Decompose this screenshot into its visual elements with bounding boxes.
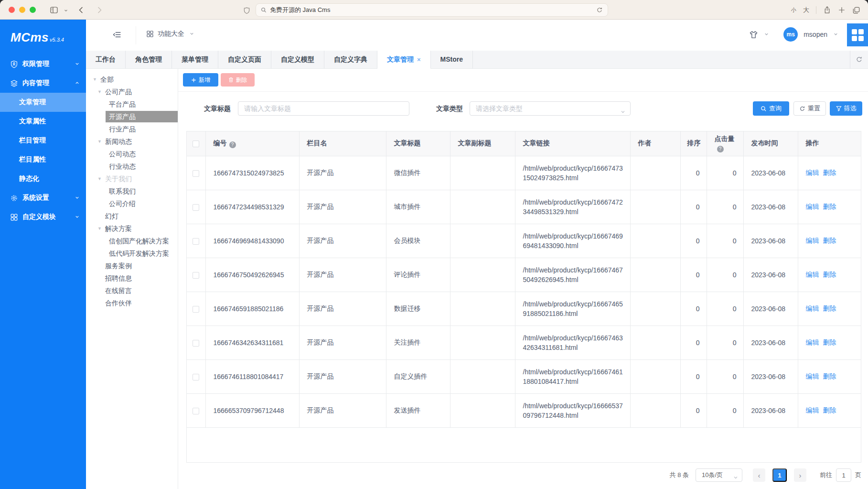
tree-node[interactable]: ▼ 行业动态 — [86, 160, 178, 173]
tree-node[interactable]: ▼ 行业产品 — [86, 123, 178, 135]
prev-page-button[interactable]: ‹ — [753, 468, 765, 482]
tab[interactable]: MStore — [431, 51, 473, 68]
tree-node[interactable]: ▼ 平台产品 — [86, 98, 178, 110]
tree-node[interactable]: ▼ 开源产品 — [86, 110, 178, 123]
sidebar-item-content[interactable]: 内容管理 — [0, 74, 86, 93]
row-checkbox[interactable] — [193, 238, 199, 245]
delete-link[interactable]: 删除 — [823, 169, 836, 176]
refresh-tab-button[interactable] — [850, 51, 868, 69]
text-zoom-out-button[interactable]: 小 — [791, 7, 796, 14]
delete-link[interactable]: 删除 — [823, 304, 836, 312]
tree-node[interactable]: ▼ 在线留言 — [86, 284, 178, 297]
row-checkbox[interactable] — [193, 170, 199, 177]
tree-node[interactable]: ▼ 公司产品 — [86, 86, 178, 98]
article-title-input[interactable] — [238, 101, 409, 116]
delete-button[interactable]: 删除 — [221, 73, 255, 87]
row-checkbox[interactable] — [193, 306, 199, 313]
tree-node[interactable]: ▼ 幻灯 — [86, 210, 178, 222]
tab[interactable]: 自定义模型 — [271, 51, 324, 68]
browser-forward-button[interactable] — [93, 4, 106, 16]
tab[interactable]: 菜单管理 — [172, 51, 218, 68]
add-button[interactable]: 新增 — [183, 73, 218, 87]
select-all-checkbox[interactable] — [193, 141, 199, 147]
row-checkbox[interactable] — [193, 408, 199, 414]
filter-button[interactable]: 筛选 — [830, 101, 862, 116]
sidebar-item-column-attrs[interactable]: 栏目属性 — [0, 150, 86, 169]
browser-back-button[interactable] — [75, 4, 87, 16]
sidebar-item-system[interactable]: 系统设置 — [0, 188, 86, 207]
tree-node[interactable]: ▼ 公司动态 — [86, 148, 178, 160]
sidebar-item-column-manage[interactable]: 栏目管理 — [0, 131, 86, 150]
tree-node[interactable]: ▼ 合作伙伴 — [86, 297, 178, 309]
delete-link[interactable]: 删除 — [823, 237, 836, 244]
row-checkbox[interactable] — [193, 272, 199, 279]
page-size-select[interactable]: 10条/页 — [696, 468, 742, 482]
tree-node[interactable]: ▼ 信创国产化解决方案 — [86, 235, 178, 247]
row-checkbox[interactable] — [193, 374, 199, 380]
edit-link[interactable]: 编辑 — [806, 271, 819, 278]
close-icon[interactable]: × — [417, 56, 421, 63]
tree-node[interactable]: ▼ 公司介绍 — [86, 197, 178, 210]
privacy-report-button[interactable] — [240, 4, 253, 17]
tree-node[interactable]: ▼ 全部 — [86, 73, 178, 86]
function-menu[interactable]: 功能大全 — [146, 30, 194, 38]
edit-link[interactable]: 编辑 — [806, 237, 819, 244]
tab[interactable]: 工作台 — [86, 51, 126, 68]
help-icon[interactable] — [717, 146, 724, 152]
delete-link[interactable]: 删除 — [823, 203, 836, 210]
chevron-down-icon[interactable] — [833, 30, 838, 39]
next-page-button[interactable]: › — [794, 468, 806, 482]
avatar[interactable]: ms — [783, 27, 798, 42]
tab[interactable]: 角色管理 — [126, 51, 172, 68]
funnel-icon — [836, 106, 842, 111]
delete-link[interactable]: 删除 — [823, 406, 836, 414]
sidebar-item-custom-module[interactable]: 自定义模块 — [0, 207, 86, 227]
tree-node[interactable]: ▼ 联系我们 — [86, 185, 178, 197]
edit-link[interactable]: 编辑 — [806, 338, 819, 346]
theme-tshirt-icon[interactable] — [749, 30, 758, 39]
chevron-down-icon[interactable] — [764, 30, 769, 39]
sidebar-item-article-manage[interactable]: 文章管理 — [0, 93, 86, 112]
tab[interactable]: 自定义字典 — [324, 51, 377, 68]
row-checkbox[interactable] — [193, 340, 199, 347]
help-icon[interactable] — [229, 141, 236, 148]
sidebar-item-static[interactable]: 静态化 — [0, 169, 86, 188]
delete-link[interactable]: 删除 — [823, 338, 836, 346]
article-type-select[interactable]: 请选择文章类型 — [470, 101, 631, 116]
collapse-sidebar-button[interactable] — [112, 30, 121, 41]
tree-node[interactable]: ▼ 解决方案 — [86, 222, 178, 235]
tab[interactable]: 文章管理 × — [377, 51, 431, 69]
row-checkbox[interactable] — [193, 204, 199, 211]
reset-button[interactable]: 重置 — [793, 101, 826, 116]
query-button[interactable]: 查询 — [753, 101, 789, 116]
tree-node[interactable]: ▼ 招聘信息 — [86, 272, 178, 284]
share-icon[interactable] — [823, 6, 831, 14]
new-tab-icon[interactable] — [838, 6, 846, 14]
window-close-button[interactable] — [9, 7, 15, 13]
tree-node[interactable]: ▼ 新闻动态 — [86, 135, 178, 148]
delete-link[interactable]: 删除 — [823, 372, 836, 380]
tree-node[interactable]: ▼ 低代码开发解决方案 — [86, 247, 178, 260]
reload-icon[interactable] — [596, 7, 603, 13]
tree-node[interactable]: ▼ 服务案例 — [86, 260, 178, 272]
sidebar-item-permission[interactable]: 权限管理 — [0, 54, 86, 74]
delete-link[interactable]: 删除 — [823, 271, 836, 278]
edit-link[interactable]: 编辑 — [806, 169, 819, 176]
tree-node[interactable]: ▼ 关于我们 — [86, 173, 178, 185]
edit-link[interactable]: 编辑 — [806, 406, 819, 414]
chevron-down-icon[interactable] — [64, 8, 68, 13]
edit-link[interactable]: 编辑 — [806, 304, 819, 312]
address-bar[interactable]: 免费开源的 Java Cms — [256, 3, 608, 17]
window-zoom-button[interactable] — [30, 7, 36, 13]
sidebar-item-article-attrs[interactable]: 文章属性 — [0, 112, 86, 131]
browser-sidebar-toggle[interactable] — [48, 4, 60, 16]
edit-link[interactable]: 编辑 — [806, 203, 819, 210]
tabs-overview-icon[interactable] — [852, 6, 860, 14]
window-minimize-button[interactable] — [19, 7, 25, 13]
edit-link[interactable]: 编辑 — [806, 372, 819, 380]
tab[interactable]: 自定义页面 — [218, 51, 271, 68]
text-zoom-in-button[interactable]: 大 — [803, 6, 809, 14]
page-1-button[interactable]: 1 — [772, 468, 787, 482]
apps-launcher-button[interactable] — [847, 23, 868, 46]
goto-page-input[interactable] — [836, 468, 851, 482]
